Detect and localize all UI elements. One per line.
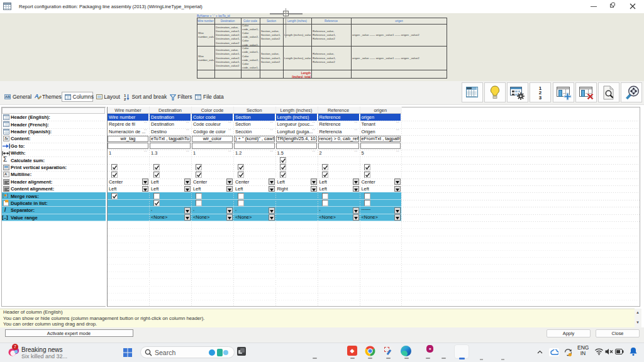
svg-text:2: 2 (124, 97, 126, 101)
